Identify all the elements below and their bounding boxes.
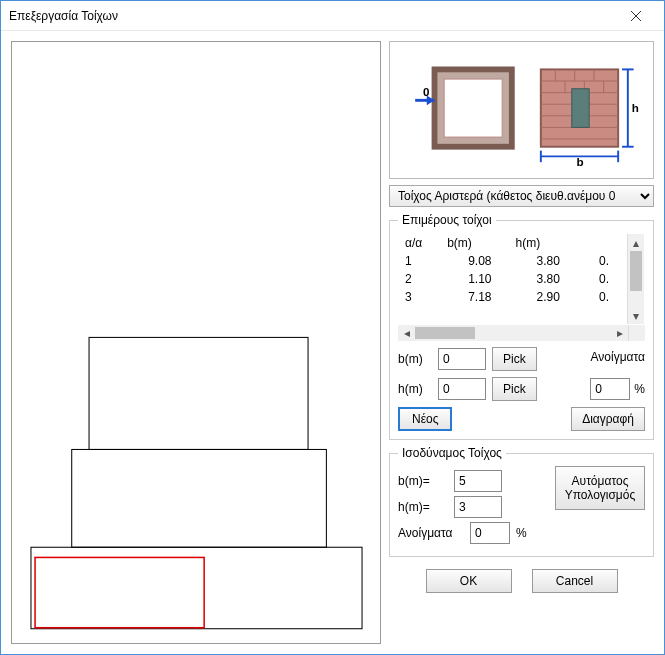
svg-rect-5 [35, 557, 204, 627]
table-hscroll[interactable]: ◂ ▸ [398, 324, 645, 341]
dialog-footer: OK Cancel [389, 569, 654, 593]
pick-h-button[interactable]: Pick [492, 377, 537, 401]
auto-calc-button[interactable]: Αυτόματος Υπολογισμός [555, 466, 645, 510]
svg-rect-3 [72, 449, 327, 547]
scroll-up-icon[interactable]: ▴ [628, 234, 644, 251]
eq-h-label: h(m)= [398, 500, 448, 514]
titlebar: Επεξεργασία Τοίχων [1, 1, 664, 31]
svg-rect-4 [31, 547, 362, 628]
openings-input[interactable] [590, 378, 630, 400]
eq-b-input[interactable] [454, 470, 502, 492]
eq-openings-input[interactable] [470, 522, 510, 544]
eq-openings-label: Ανοίγματα [398, 526, 464, 540]
scroll-thumb[interactable] [630, 251, 642, 291]
origin-label: 0 [423, 85, 429, 98]
svg-rect-23 [572, 89, 589, 128]
col-extra [578, 234, 627, 252]
b-input-label: b(m) [398, 352, 432, 366]
legend-diagram: 0 [389, 41, 654, 179]
openings-label: Ανοίγματα [591, 350, 646, 364]
eq-b-label: b(m)= [398, 474, 448, 488]
dialog-window: Επεξεργασία Τοίχων [0, 0, 665, 655]
col-b: b(m) [441, 234, 509, 252]
b-input[interactable] [438, 348, 486, 370]
sub-walls-legend: Επιμέρους τοίχοι [398, 213, 496, 227]
scroll-right-icon[interactable]: ▸ [611, 325, 628, 341]
table-row[interactable]: 3 7.18 2.90 0. [399, 288, 627, 306]
table-row[interactable]: 1 9.08 3.80 0. [399, 252, 627, 270]
scroll-thumb-h[interactable] [415, 327, 475, 339]
equivalent-legend: Ισοδύναμος Τοίχος [398, 446, 506, 460]
svg-rect-7 [444, 79, 502, 137]
window-title: Επεξεργασία Τοίχων [9, 9, 616, 23]
sub-walls-table[interactable]: α/α b(m) h(m) 1 9.08 3.80 0. [399, 234, 627, 306]
openings-unit: % [634, 382, 645, 396]
wall-elevation-drawing [12, 42, 380, 643]
ok-button[interactable]: OK [426, 569, 512, 593]
controls-panel: 0 [389, 41, 654, 644]
scroll-down-icon[interactable]: ▾ [628, 307, 644, 324]
table-row[interactable]: 2 1.10 3.80 0. [399, 270, 627, 288]
close-button[interactable] [616, 2, 656, 30]
h-input[interactable] [438, 378, 486, 400]
close-icon [631, 11, 641, 21]
equivalent-wall-group: Ισοδύναμος Τοίχος b(m)= h(m)= Ανοίγματα [389, 446, 654, 557]
col-aa: α/α [399, 234, 441, 252]
eq-openings-unit: % [516, 526, 527, 540]
delete-button[interactable]: Διαγραφή [571, 407, 645, 431]
cancel-button[interactable]: Cancel [532, 569, 618, 593]
content-area: 0 [1, 31, 664, 654]
pick-b-button[interactable]: Pick [492, 347, 537, 371]
sub-walls-table-wrap: α/α b(m) h(m) 1 9.08 3.80 0. [398, 233, 645, 325]
col-h: h(m) [510, 234, 578, 252]
svg-rect-2 [89, 337, 308, 449]
preview-panel [11, 41, 381, 644]
h-dim-label: h [632, 101, 639, 114]
eq-h-input[interactable] [454, 496, 502, 518]
b-dim-label: b [577, 155, 584, 168]
new-button[interactable]: Νέος [398, 407, 452, 431]
table-vscroll[interactable]: ▴ ▾ [627, 234, 644, 324]
sub-walls-group: Επιμέρους τοίχοι α/α b(m) h(m) [389, 213, 654, 440]
wall-select[interactable]: Τοίχος Αριστερά (κάθετος διευθ.ανέμου 0 [389, 185, 654, 207]
h-input-label: h(m) [398, 382, 432, 396]
scroll-left-icon[interactable]: ◂ [398, 325, 415, 341]
